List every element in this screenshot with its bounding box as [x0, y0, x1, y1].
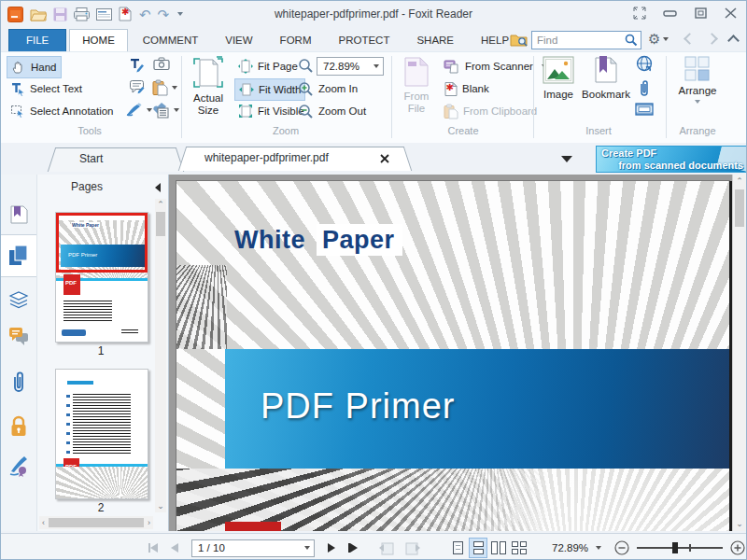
actual-size-button[interactable]: Actual Size [188, 56, 229, 117]
select-text-button[interactable]: Select Text [7, 78, 86, 99]
paste-button[interactable] [152, 79, 177, 96]
zoom-in-button[interactable]: Zoom In [294, 78, 361, 99]
from-file-label-2: File [408, 103, 426, 115]
page-number-combobox[interactable]: 1 / 10 [191, 539, 315, 557]
arrange-button[interactable]: Arrange [671, 56, 724, 104]
zoom-in-circle-button[interactable] [730, 540, 745, 555]
pages-panel-title: Pages [71, 180, 103, 193]
tab-close-icon[interactable] [380, 154, 389, 163]
from-scanner-icon [444, 59, 460, 74]
doc-scroll-up-icon[interactable]: ⌃ [733, 177, 746, 186]
tab-start[interactable]: Start [49, 147, 182, 172]
note-comment-icon[interactable] [129, 79, 146, 95]
pages-hscroll-thumb[interactable] [49, 518, 144, 527]
find-magnifier-icon[interactable] [625, 34, 638, 47]
bookmarks-panel-icon[interactable] [8, 204, 28, 225]
tab-protect[interactable]: PROTECT [326, 30, 402, 51]
doc-scroll-thumb[interactable] [735, 189, 744, 227]
pages-panel-icon-selected[interactable] [1, 234, 36, 277]
continuous-view-button[interactable] [469, 538, 487, 558]
collapse-ribbon-chevron-icon[interactable] [727, 35, 740, 47]
scroll-up-arrow-icon[interactable]: ⌃ [155, 201, 166, 209]
attachments-panel-icon[interactable] [10, 371, 27, 393]
fit-page-button[interactable]: Fit Page [234, 56, 302, 77]
thumb1-label: 1 [55, 344, 147, 357]
tab-file[interactable]: FILE [8, 29, 66, 52]
maximize-icon[interactable] [695, 7, 708, 19]
doc-scroll-down-icon[interactable]: ⌄ [733, 520, 746, 528]
page-thumbnail-2[interactable]: PDF [55, 369, 148, 499]
status-zoom-caret-icon[interactable] [596, 546, 601, 550]
minimize-icon[interactable] [663, 7, 678, 19]
tab-view[interactable]: VIEW [213, 30, 264, 51]
arrange-icon [684, 56, 711, 82]
thumb1-viewport-indicator[interactable] [56, 213, 148, 273]
tab-comment[interactable]: COMMENT [131, 30, 210, 51]
settings-menu-button[interactable]: ⚙ [648, 32, 669, 46]
hand-tool-button[interactable]: Hand [7, 56, 62, 78]
layers-panel-icon[interactable] [8, 290, 29, 309]
video-icon[interactable] [635, 103, 654, 116]
stamp-button[interactable] [151, 102, 179, 119]
create-blank-button[interactable]: ✱ Blank [440, 78, 493, 99]
create-from-scanner-button[interactable]: From Scanner [440, 56, 551, 77]
snapshot-camera-icon[interactable] [153, 57, 170, 71]
insert-group-label: Insert [552, 125, 645, 136]
zoom-slider-thumb[interactable] [672, 542, 678, 553]
page-combo-caret-icon [304, 546, 310, 550]
insert-image-button[interactable]: Image [539, 56, 578, 101]
search-folder-icon[interactable] [510, 32, 529, 48]
scroll-left-arrow-icon[interactable]: ‹ [42, 519, 45, 527]
pdf-page[interactable]: White Paper PDF Primer PDF [176, 181, 729, 531]
single-page-view-button[interactable] [448, 538, 467, 558]
pages-scroll-thumb[interactable] [156, 212, 165, 236]
scroll-down-arrow-icon[interactable]: ⌄ [155, 502, 166, 511]
ribbon-next-chevron-icon[interactable] [706, 33, 718, 45]
create-pdf-banner[interactable]: Create PDF from scanned documents [596, 146, 747, 173]
tab-list-caret-icon[interactable] [561, 156, 572, 162]
stamp-caret-icon [174, 108, 179, 112]
pen-sign-button[interactable] [125, 103, 152, 117]
document-view[interactable]: White Paper PDF Primer PDF ⌃ ⌄ [169, 175, 746, 531]
zoom-slider[interactable] [637, 540, 723, 555]
pages-vertical-scrollbar[interactable]: ⌃ ⌄ [155, 199, 166, 512]
tab-document-active[interactable]: whitepaper-pdfprimer.pdf [180, 147, 410, 171]
next-page-button[interactable] [328, 543, 335, 553]
create-from-file-button: From File [397, 56, 436, 115]
document-vertical-scrollbar[interactable]: ⌃ ⌄ [732, 175, 746, 531]
scroll-right-arrow-icon[interactable]: › [148, 519, 150, 527]
float-windows-icon[interactable] [633, 7, 646, 20]
pages-horizontal-scrollbar[interactable]: ‹ › [39, 516, 153, 529]
last-page-button[interactable] [348, 543, 358, 553]
start-tab-label: Start [79, 152, 103, 165]
page-pdf-badge-partial: PDF [225, 522, 281, 531]
security-panel-icon[interactable] [9, 415, 28, 438]
comments-panel-icon[interactable] [8, 326, 29, 346]
weblink-icon[interactable] [636, 55, 654, 73]
signature-panel-icon[interactable] [8, 455, 29, 477]
page-thumbnail-1[interactable]: White Paper PDF Primer PDF [55, 212, 148, 343]
collapse-panel-icon[interactable] [155, 183, 161, 192]
attach-file-icon[interactable] [638, 79, 651, 97]
zoom-out-circle-button[interactable] [614, 540, 629, 555]
close-icon[interactable] [725, 7, 737, 19]
first-page-button[interactable] [148, 543, 158, 553]
tools-group-label: Tools [29, 125, 150, 136]
image-icon [543, 56, 574, 84]
next-view-button [404, 540, 421, 555]
ribbon-prev-chevron-icon[interactable] [684, 33, 696, 45]
zoom-level-combobox[interactable]: 72.89% [317, 57, 384, 76]
previous-page-button[interactable] [171, 543, 178, 553]
typewriter-icon[interactable] [129, 57, 146, 74]
tab-form[interactable]: FORM [268, 30, 324, 51]
zoom-out-button[interactable]: Zoom Out [294, 101, 370, 121]
tab-share[interactable]: SHARE [404, 30, 466, 51]
select-annotation-button[interactable]: Select Annotation [7, 101, 118, 121]
banner-line2: from scanned documents [618, 160, 743, 171]
continuous-facing-view-button[interactable] [510, 538, 529, 558]
facing-view-button[interactable] [489, 538, 508, 558]
insert-bookmark-button[interactable]: Bookmark [580, 56, 632, 101]
stamp-icon [151, 102, 169, 119]
tab-home[interactable]: HOME [69, 29, 128, 52]
pages-panel: Pages ⌃ ⌄ ‹ › White Paper PDF Primer PDF [37, 175, 169, 531]
